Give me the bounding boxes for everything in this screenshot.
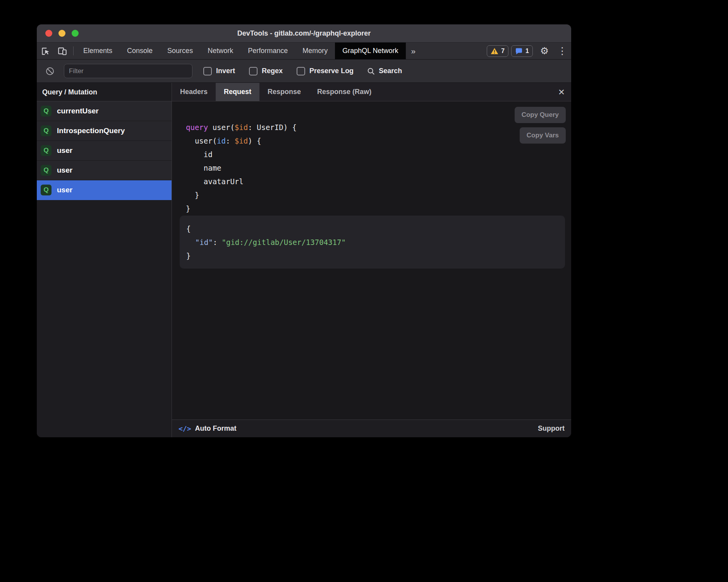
inspect-element-icon[interactable] xyxy=(37,43,54,59)
close-detail-button[interactable]: × xyxy=(552,83,571,101)
more-tabs-button[interactable]: » xyxy=(406,43,421,59)
code-icon: </> xyxy=(179,425,191,433)
query-type-badge: Q xyxy=(41,125,52,136)
request-label: user xyxy=(57,166,72,175)
auto-format-button[interactable]: </> Auto Format xyxy=(179,425,237,433)
detail-tabbar: HeadersRequestResponseResponse (Raw) × xyxy=(172,83,571,101)
main-tab-graphql-network[interactable]: GraphQL Network xyxy=(335,43,405,59)
support-link[interactable]: Support xyxy=(538,425,565,433)
code-line: } xyxy=(186,202,571,216)
main-tab-elements[interactable]: Elements xyxy=(76,43,120,59)
kebab-menu-icon[interactable]: ⋮ xyxy=(553,43,571,59)
request-label: currentUser xyxy=(57,107,99,115)
query-variables-box: { "id": "gid://gitlab/User/13704317"} xyxy=(180,216,565,269)
request-list-item[interactable]: Quser xyxy=(37,141,172,161)
network-filterbar: InvertRegexPreserve Log Search xyxy=(37,60,571,83)
query-variables-code: { "id": "gid://gitlab/User/13704317"} xyxy=(186,222,558,263)
code-line: avatarUrl xyxy=(186,175,571,188)
main-tab-performance[interactable]: Performance xyxy=(240,43,295,59)
copy-buttons: Copy Query Copy Vars xyxy=(515,107,566,144)
request-list-item[interactable]: Quser xyxy=(37,161,172,180)
detail-tabs: HeadersRequestResponseResponse (Raw) xyxy=(172,83,379,101)
detail-panel: HeadersRequestResponseResponse (Raw) × C… xyxy=(172,83,571,437)
copy-vars-button[interactable]: Copy Vars xyxy=(520,127,566,144)
request-list-item[interactable]: Quser xyxy=(37,180,172,200)
query-type-badge: Q xyxy=(41,145,52,156)
issue-count: 1 xyxy=(525,48,529,55)
query-type-badge: Q xyxy=(41,165,52,176)
detail-tab-headers[interactable]: Headers xyxy=(172,83,216,101)
detail-tab-response-raw[interactable]: Response (Raw) xyxy=(309,83,379,101)
checkbox-preserve-log[interactable]: Preserve Log xyxy=(297,67,354,75)
code-line: { xyxy=(186,222,558,236)
warnings-badge[interactable]: 7 xyxy=(487,45,508,57)
sidebar-header: Query / Mutation xyxy=(37,83,172,101)
warning-count: 7 xyxy=(501,48,505,55)
search-label: Search xyxy=(379,67,402,75)
warning-icon xyxy=(491,48,498,55)
window-title: DevTools - gitlab.com/-/graphql-explorer xyxy=(37,29,571,38)
request-list-item[interactable]: QcurrentUser xyxy=(37,101,172,121)
request-detail-content: Copy Query Copy Vars query user($id: Use… xyxy=(172,101,571,419)
checkbox-box-preserve-log[interactable] xyxy=(297,67,305,75)
detail-tab-response[interactable]: Response xyxy=(259,83,309,101)
checkbox-box-regex[interactable] xyxy=(249,67,258,75)
checkbox-label: Invert xyxy=(216,67,235,75)
clear-requests-icon[interactable] xyxy=(41,67,58,76)
query-type-badge: Q xyxy=(41,106,52,116)
copy-query-button[interactable]: Copy Query xyxy=(515,107,566,123)
titlebar: DevTools - gitlab.com/-/graphql-explorer xyxy=(37,24,571,43)
search-icon xyxy=(367,67,375,75)
devtools-window: DevTools - gitlab.com/-/graphql-explorer… xyxy=(37,24,571,437)
main-tab-memory[interactable]: Memory xyxy=(295,43,335,59)
request-sidebar: Query / Mutation QcurrentUserQIntrospect… xyxy=(37,83,172,437)
search-button[interactable]: Search xyxy=(367,67,402,75)
checkbox-box-invert[interactable] xyxy=(203,67,212,75)
divider xyxy=(73,46,74,55)
main-tabs: ElementsConsoleSourcesNetworkPerformance… xyxy=(76,43,406,59)
devtools-tabbar: ElementsConsoleSourcesNetworkPerformance… xyxy=(37,43,571,60)
checkbox-label: Preserve Log xyxy=(309,67,354,75)
close-window-button[interactable] xyxy=(45,30,52,37)
settings-gear-icon[interactable]: ⚙ xyxy=(536,43,553,59)
graphql-query-code: query user($id: UserID) { user(id: $id) … xyxy=(186,121,571,216)
main-tab-sources[interactable]: Sources xyxy=(160,43,200,59)
request-label: IntrospectionQuery xyxy=(57,127,125,135)
chat-bubble-icon xyxy=(515,47,523,55)
issues-badge[interactable]: 1 xyxy=(511,45,533,57)
device-toolbar-icon[interactable] xyxy=(54,43,71,59)
tabbar-spacer xyxy=(421,43,487,59)
traffic-lights xyxy=(45,30,79,37)
code-line: "id": "gid://gitlab/User/13704317" xyxy=(186,236,558,249)
request-label: user xyxy=(57,146,72,155)
request-list: QcurrentUserQIntrospectionQueryQuserQuse… xyxy=(37,101,172,200)
auto-format-label: Auto Format xyxy=(195,425,237,433)
panel-split: Query / Mutation QcurrentUserQIntrospect… xyxy=(37,83,571,437)
minimize-window-button[interactable] xyxy=(58,30,65,37)
checkbox-invert[interactable]: Invert xyxy=(203,67,235,75)
filter-options: InvertRegexPreserve Log xyxy=(203,67,354,75)
code-line: } xyxy=(186,249,558,263)
code-line: user(id: $id) { xyxy=(186,134,571,148)
main-tab-console[interactable]: Console xyxy=(120,43,160,59)
code-line: } xyxy=(186,188,571,202)
checkbox-label: Regex xyxy=(262,67,283,75)
filter-input[interactable] xyxy=(64,64,192,78)
detail-footer: </> Auto Format Support xyxy=(172,419,571,437)
main-tab-network[interactable]: Network xyxy=(200,43,240,59)
request-list-item[interactable]: QIntrospectionQuery xyxy=(37,121,172,141)
query-type-badge: Q xyxy=(41,185,52,195)
code-line: query user($id: UserID) { xyxy=(186,121,571,134)
fullscreen-window-button[interactable] xyxy=(72,30,79,37)
request-label: user xyxy=(57,186,72,194)
code-line: name xyxy=(186,161,571,175)
code-line: id xyxy=(186,148,571,161)
checkbox-regex[interactable]: Regex xyxy=(249,67,283,75)
detail-tab-request[interactable]: Request xyxy=(216,83,259,101)
